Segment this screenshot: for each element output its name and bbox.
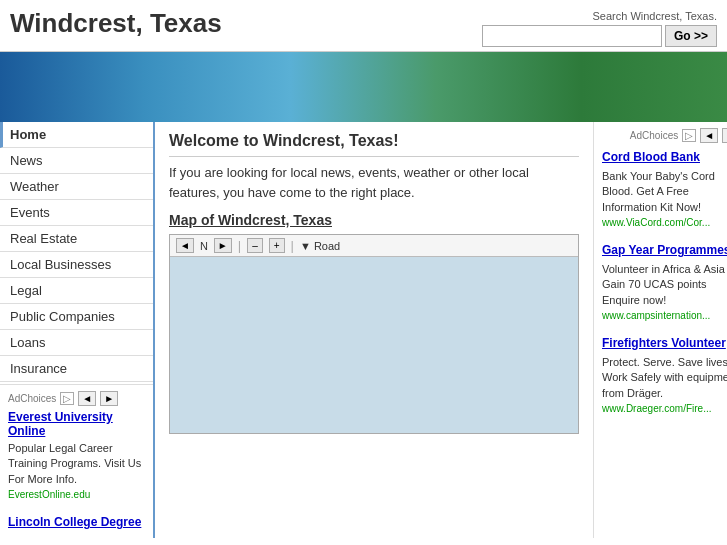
content: Welcome to Windcrest, Texas! If you are … [155,122,593,538]
right-ad-2-body: Volunteer in Africa & Asia Gain 70 UCAS … [602,262,727,308]
map-divider2: | [291,238,294,253]
map-divider1: | [238,238,241,253]
main-layout: Home News Weather Events Real Estate Loc… [0,122,727,538]
sidebar-ad: AdChoices ▷ ◄ ► Everest University Onlin… [0,384,153,538]
search-row: Go >> [482,25,717,47]
map-pan-left[interactable]: ◄ [176,238,194,253]
sidebar-item-legal[interactable]: Legal [0,278,153,304]
sidebar-item-local-businesses[interactable]: Local Businesses [0,252,153,278]
right-adchoices-icon[interactable]: ▷ [682,129,696,142]
map-zoom-out[interactable]: – [247,238,263,253]
sidebar-adchoices-bar: AdChoices ▷ ◄ ► [8,391,145,406]
sidebar-item-insurance[interactable]: Insurance [0,356,153,382]
sidebar-ad-title2[interactable]: Lincoln College Degree [8,515,145,529]
sidebar-item-news[interactable]: News [0,148,153,174]
right-ad-1-body: Bank Your Baby's Cord Blood. Get A Free … [602,169,727,215]
sidebar-ad-title1[interactable]: Everest University Online [8,410,145,438]
right-ad-prev[interactable]: ◄ [700,128,718,143]
banner-image [0,52,727,122]
map-body[interactable] [170,257,578,427]
sidebar-ad-url[interactable]: EverestOnline.edu [8,489,145,500]
map-road-label[interactable]: ▼ Road [300,240,340,252]
sidebar-item-public-companies[interactable]: Public Companies [0,304,153,330]
site-title: Windcrest, Texas [10,8,222,39]
map-zoom-in[interactable]: + [269,238,285,253]
right-ad-3-url[interactable]: www.Draeger.com/Fire... [602,403,727,414]
map-container: ◄ N ► | – + | ▼ Road [169,234,579,434]
right-ads: AdChoices ▷ ◄ ► Cord Blood Bank Bank You… [593,122,727,538]
right-adchoices-bar: AdChoices ▷ ◄ ► [602,128,727,143]
map-north-label: N [200,240,208,252]
right-ad-1: Cord Blood Bank Bank Your Baby's Cord Bl… [602,149,727,228]
right-ad-1-url[interactable]: www.ViaCord.com/Cor... [602,217,727,228]
search-input[interactable] [482,25,662,47]
map-toolbar: ◄ N ► | – + | ▼ Road [170,235,578,257]
sidebar-ad-body: Popular Legal Career Training Programs. … [8,441,145,487]
sidebar-item-loans[interactable]: Loans [0,330,153,356]
sidebar-adchoices-label: AdChoices [8,393,56,404]
sidebar: Home News Weather Events Real Estate Loc… [0,122,155,538]
content-intro: If you are looking for local news, event… [169,163,579,202]
right-ad-next[interactable]: ► [722,128,727,143]
adchoices-icon[interactable]: ▷ [60,392,74,405]
search-button[interactable]: Go >> [665,25,717,47]
sidebar-ad-next[interactable]: ► [100,391,118,406]
header: Windcrest, Texas Search Windcrest, Texas… [0,0,727,52]
right-ad-2-title[interactable]: Gap Year Programmes [602,242,727,259]
right-ad-3: Firefighters Volunteer Protect. Serve. S… [602,335,727,414]
right-ad-3-body: Protect. Serve. Save lives. Work Safely … [602,355,727,401]
sidebar-item-real-estate[interactable]: Real Estate [0,226,153,252]
sidebar-ad-prev[interactable]: ◄ [78,391,96,406]
sidebar-item-events[interactable]: Events [0,200,153,226]
search-area: Search Windcrest, Texas. Go >> [482,10,717,47]
right-ad-3-title[interactable]: Firefighters Volunteer [602,335,727,352]
right-ad-2: Gap Year Programmes Volunteer in Africa … [602,242,727,321]
right-ad-1-title[interactable]: Cord Blood Bank [602,149,727,166]
sidebar-item-weather[interactable]: Weather [0,174,153,200]
page-heading: Welcome to Windcrest, Texas! [169,132,579,157]
right-ad-2-url[interactable]: www.campsinternation... [602,310,727,321]
sidebar-item-home[interactable]: Home [0,122,153,148]
right-adchoices-label: AdChoices [630,130,678,141]
banner-overlay [0,52,727,122]
search-label: Search Windcrest, Texas. [592,10,717,22]
map-title: Map of Windcrest, Texas [169,212,579,228]
map-pan-right[interactable]: ► [214,238,232,253]
